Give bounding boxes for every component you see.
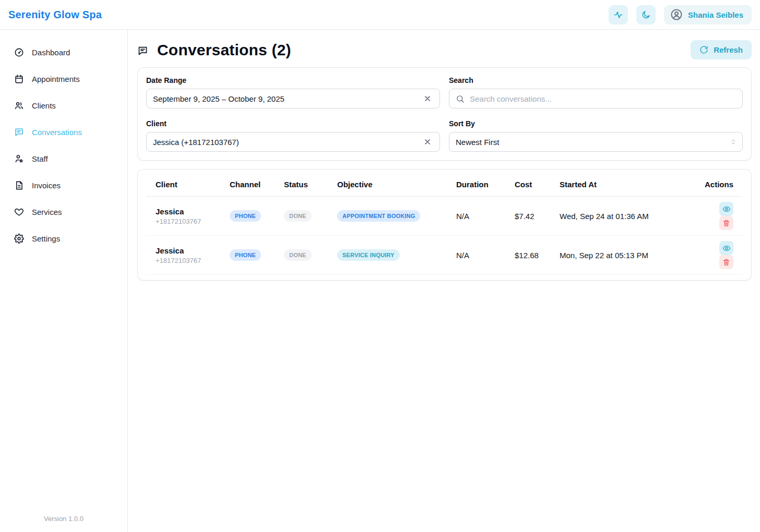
search-label: Search xyxy=(449,76,743,84)
client-field: Client xyxy=(146,119,440,152)
clear-date-range-button[interactable] xyxy=(421,92,434,105)
table-row: Jessica +18172103767 PHONE DONE APPOINTM… xyxy=(146,197,743,236)
close-icon xyxy=(423,94,432,103)
main-content: Conversations (2) Refresh Date Range xyxy=(128,30,760,532)
header-duration: Duration xyxy=(447,171,505,197)
clear-client-button[interactable] xyxy=(421,135,434,149)
client-label: Client xyxy=(146,119,440,128)
page-title: Conversations (2) xyxy=(157,41,291,59)
activity-button[interactable] xyxy=(609,5,628,25)
search-input[interactable] xyxy=(470,94,737,103)
eye-icon xyxy=(722,205,731,213)
sidebar-item-settings[interactable]: Settings xyxy=(0,225,127,252)
sidebar-item-dashboard[interactable]: Dashboard xyxy=(0,39,127,66)
invoice-icon xyxy=(14,180,24,190)
view-conversation-button[interactable] xyxy=(719,202,733,216)
conversations-table-card: Client Channel Status Objective Duration… xyxy=(137,169,752,281)
started-at-cell: Mon, Sep 22 at 05:13 PM xyxy=(550,236,691,275)
sidebar-item-services[interactable]: Services xyxy=(0,199,127,225)
table-header-row: Client Channel Status Objective Duration… xyxy=(146,171,743,197)
top-header: Serenity Glow Spa Shania Seibles xyxy=(0,0,760,30)
avatar-icon xyxy=(670,8,683,21)
close-icon xyxy=(423,138,432,146)
user-name: Shania Seibles xyxy=(688,10,743,19)
moon-icon xyxy=(642,10,651,19)
cost-cell: $7.42 xyxy=(505,197,550,236)
sidebar-item-label: Services xyxy=(32,208,62,216)
header-objective: Objective xyxy=(328,171,447,197)
sidebar-item-conversations[interactable]: Conversations xyxy=(0,119,127,146)
search-icon xyxy=(456,94,465,103)
sort-by-select[interactable]: Newest First xyxy=(449,132,743,152)
refresh-icon xyxy=(699,45,708,54)
eye-icon xyxy=(722,244,731,252)
header-client: Client xyxy=(146,171,220,197)
page-title-group: Conversations (2) xyxy=(137,41,291,59)
status-badge: DONE xyxy=(284,249,312,261)
sidebar-item-label: Staff xyxy=(32,154,48,163)
sidebar-item-label: Settings xyxy=(32,234,60,243)
brand-logo: Serenity Glow Spa xyxy=(8,9,102,21)
conversations-table: Client Channel Status Objective Duration… xyxy=(146,171,743,275)
delete-conversation-button[interactable] xyxy=(719,255,733,269)
delete-conversation-button[interactable] xyxy=(719,216,733,230)
users-icon xyxy=(14,101,24,111)
person-star-icon xyxy=(14,154,24,164)
header-started-at: Started At xyxy=(550,171,691,197)
channel-badge: PHONE xyxy=(230,249,261,261)
table-row: Jessica +18172103767 PHONE DONE SERVICE … xyxy=(146,236,743,275)
client-name: Jessica xyxy=(156,246,211,255)
trash-icon xyxy=(722,219,730,227)
gear-icon xyxy=(14,234,24,244)
sidebar-item-invoices[interactable]: Invoices xyxy=(0,172,127,199)
page-header: Conversations (2) Refresh xyxy=(137,40,752,59)
header-actions: Actions xyxy=(691,171,743,197)
activity-icon xyxy=(613,10,623,20)
sidebar-item-label: Clients xyxy=(32,101,56,110)
theme-toggle-button[interactable] xyxy=(636,5,656,25)
client-name: Jessica xyxy=(156,207,211,216)
sidebar-item-label: Dashboard xyxy=(32,48,70,57)
client-input[interactable] xyxy=(153,138,421,147)
client-phone: +18172103767 xyxy=(156,257,211,264)
status-badge: DONE xyxy=(284,210,312,222)
date-range-label: Date Range xyxy=(146,76,440,84)
duration-cell: N/A xyxy=(447,197,505,236)
duration-cell: N/A xyxy=(447,236,505,275)
calendar-icon xyxy=(14,74,24,84)
sidebar-item-label: Conversations xyxy=(32,128,82,137)
topbar-actions: Shania Seibles xyxy=(609,5,752,25)
trash-icon xyxy=(722,258,730,266)
sort-by-label: Sort By xyxy=(449,119,743,128)
channel-badge: PHONE xyxy=(230,210,261,222)
chat-bubble-icon xyxy=(137,45,148,56)
sidebar-item-clients[interactable]: Clients xyxy=(0,92,127,119)
sort-by-value: Newest First xyxy=(456,138,499,147)
started-at-cell: Wed, Sep 24 at 01:36 AM xyxy=(550,197,691,236)
chat-icon xyxy=(14,127,24,137)
search-field: Search xyxy=(449,76,743,108)
sort-by-field: Sort By Newest First xyxy=(449,119,743,152)
cost-cell: $12.68 xyxy=(505,236,550,275)
heart-icon xyxy=(14,207,24,217)
date-range-field: Date Range xyxy=(146,76,440,108)
refresh-button[interactable]: Refresh xyxy=(691,40,752,59)
sidebar-item-staff[interactable]: Staff xyxy=(0,146,127,172)
header-status: Status xyxy=(275,171,328,197)
objective-badge: SERVICE INQUIRY xyxy=(337,249,400,261)
filters-card: Date Range Search xyxy=(137,67,752,161)
sidebar: Dashboard Appointments Clients Conversat… xyxy=(0,30,128,532)
sidebar-item-label: Invoices xyxy=(32,181,61,190)
sidebar-item-appointments[interactable]: Appointments xyxy=(0,66,127,92)
sidebar-item-label: Appointments xyxy=(32,75,80,83)
date-range-input[interactable] xyxy=(153,94,421,103)
objective-badge: APPOINTMENT BOOKING xyxy=(337,210,420,222)
user-menu-button[interactable]: Shania Seibles xyxy=(664,5,752,25)
client-phone: +18172103767 xyxy=(156,217,211,225)
chevron-updown-icon xyxy=(730,138,737,146)
gauge-icon xyxy=(14,47,24,57)
header-cost: Cost xyxy=(505,171,550,197)
view-conversation-button[interactable] xyxy=(719,241,733,255)
version-label: Version 1.0.0 xyxy=(0,505,127,532)
header-channel: Channel xyxy=(220,171,275,197)
